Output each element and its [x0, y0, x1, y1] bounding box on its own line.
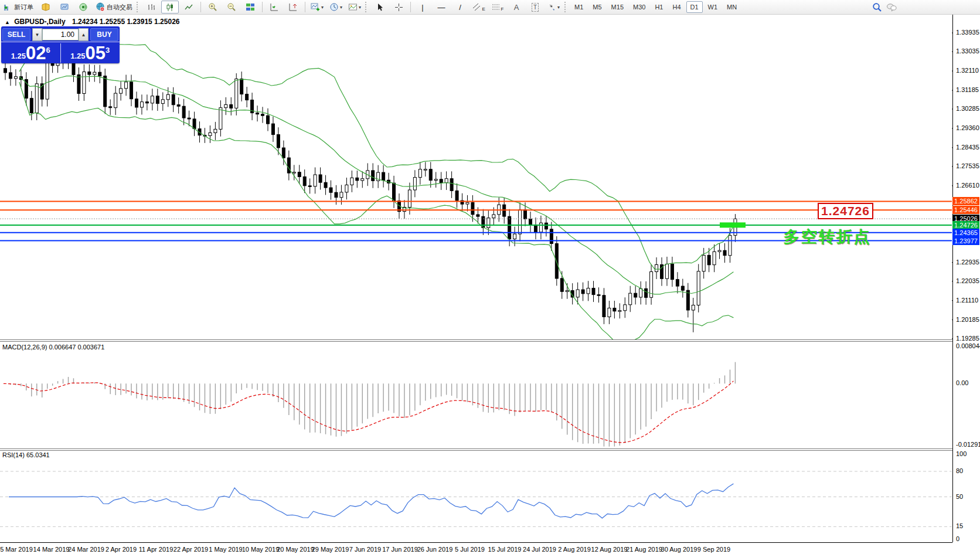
text-label-icon: T — [532, 3, 539, 12]
zoom-out-button[interactable] — [223, 1, 240, 13]
date-tick-label: 21 Aug 2019 — [626, 546, 662, 553]
timeframe-button-D1[interactable]: D1 — [686, 1, 703, 13]
timeframe-button-M1[interactable]: M1 — [570, 1, 587, 13]
rsi-axis-label: 80 — [956, 467, 963, 474]
indicators-caret: ▾ — [321, 5, 324, 10]
crosshair-icon — [394, 3, 403, 12]
one-click-expand-icon[interactable]: ▲ — [5, 19, 10, 25]
fibonacci-button[interactable]: F — [489, 1, 506, 13]
new-order-button[interactable]: 新订单 — [1, 1, 36, 13]
zoom-out-icon — [227, 2, 236, 12]
price-tick-label: 1.30285 — [956, 105, 979, 112]
arrows-button[interactable]: ▾ — [545, 1, 563, 13]
buy-price-big: 05 — [86, 45, 106, 62]
chart-canvas[interactable] — [0, 0, 980, 554]
price-tick-label: 1.21110 — [956, 297, 978, 304]
buy-price[interactable]: 1.25053 — [61, 42, 120, 64]
timeframe-button-MN[interactable]: MN — [723, 1, 741, 13]
pane-separator-rsi[interactable] — [0, 448, 952, 451]
new-order-label: 新订单 — [14, 3, 33, 12]
signals-icon — [79, 2, 88, 12]
signals-button[interactable] — [74, 1, 92, 13]
price-tick-label: 1.22935 — [956, 259, 979, 266]
templates-button[interactable]: ▾ — [346, 1, 363, 13]
volume-decrease-button[interactable]: ▼ — [32, 28, 42, 41]
macd-max-label: 0.008044 — [956, 342, 980, 349]
zoom-in-button[interactable] — [204, 1, 222, 13]
sell-price-small: 1.25 — [11, 52, 26, 60]
volume-input[interactable]: 1.00 — [42, 29, 79, 40]
date-tick-label: 29 May 2019 — [312, 546, 349, 553]
indicators-button[interactable]: ▾ — [308, 1, 326, 13]
timeframe-button-H4[interactable]: H4 — [668, 1, 685, 13]
rsi-value: 65.0341 — [26, 451, 50, 458]
price-tick-label: 1.33935 — [956, 29, 979, 36]
bar-chart-button[interactable] — [142, 1, 160, 13]
fibonacci-icon — [492, 3, 501, 11]
sell-button[interactable]: SELL — [2, 28, 30, 41]
tile-windows-icon — [246, 2, 255, 12]
market-watch-button[interactable] — [56, 1, 73, 13]
toolbar-drag-handle-2[interactable] — [365, 2, 369, 12]
chart-ohlc: 1.24234 1.25255 1.23915 1.25026 — [72, 18, 180, 26]
volume-increase-button[interactable]: ▲ — [79, 28, 89, 41]
turning-point-annotation[interactable]: 多空转折点 — [784, 226, 872, 247]
autoscroll-button[interactable] — [266, 1, 283, 13]
rsi-label: RSI(14) 65.0341 — [2, 451, 50, 458]
candlestick-chart-button[interactable] — [161, 1, 179, 13]
rsi-axis-label: 100 — [956, 450, 967, 457]
toolbar: 新订单 自动交易 — [0, 0, 980, 15]
tile-windows-button[interactable] — [241, 1, 259, 13]
history-button[interactable] — [37, 1, 55, 13]
chart-symbol: GBPUSD-,Daily — [14, 18, 65, 26]
buy-button[interactable]: BUY — [90, 28, 118, 41]
bar-chart-icon — [147, 3, 156, 12]
date-tick-label: 9 Sep 2019 — [697, 546, 730, 553]
price-annotation-box[interactable]: 1.24726 — [818, 203, 873, 219]
text-label-button[interactable]: T — [526, 1, 544, 13]
arrows-caret: ▾ — [557, 5, 560, 10]
level-price-tag: 1.24365 — [952, 229, 979, 237]
level-price-tag: 1.25862 — [952, 197, 979, 205]
level-price-tag: 1.25446 — [952, 206, 979, 214]
trendline-button[interactable]: / — [451, 1, 469, 13]
price-tick-label: 1.26610 — [956, 182, 979, 189]
price-tick-label: 1.19285 — [956, 335, 979, 342]
vertical-line-button[interactable]: | — [414, 1, 431, 13]
channel-button[interactable]: E — [470, 1, 488, 13]
date-tick-label: 1 May 2019 — [209, 546, 242, 553]
autotrade-label: 自动交易 — [107, 3, 132, 12]
rsi-name: RSI(14) — [2, 451, 25, 458]
chart-shift-button[interactable] — [284, 1, 302, 13]
date-tick-label: 17 Jun 2019 — [382, 546, 418, 553]
date-tick-label: 11 Apr 2019 — [139, 546, 173, 553]
periods-button[interactable]: ▾ — [327, 1, 345, 13]
date-tick-label: 24 Jul 2019 — [523, 546, 556, 553]
price-tick-label: 1.31185 — [956, 86, 979, 93]
timeframe-button-H1[interactable]: H1 — [651, 1, 667, 13]
toolbar-drag-handle[interactable] — [137, 2, 141, 12]
timeframe-button-M30[interactable]: M30 — [629, 1, 649, 13]
cursor-button[interactable] — [371, 1, 389, 13]
chart-shift-icon — [288, 2, 298, 12]
pane-separator-macd[interactable] — [0, 339, 952, 342]
timeframe-button-M15[interactable]: M15 — [607, 1, 628, 13]
macd-values: 0.006647 0.003671 — [49, 344, 104, 351]
text-button[interactable]: A — [508, 1, 525, 13]
timeframe-button-W1[interactable]: W1 — [704, 1, 722, 13]
time-axis[interactable]: 5 Mar 201914 Mar 201924 Mar 20192 Apr 20… — [0, 542, 952, 554]
crosshair-button[interactable] — [390, 1, 407, 13]
timeframe-button-M5[interactable]: M5 — [588, 1, 605, 13]
timeframe-group: M1M5M15M30H1H4D1W1MN — [570, 1, 741, 13]
toolbar-drag-handle-3[interactable] — [564, 2, 569, 12]
band-lower-line — [19, 82, 734, 344]
autotrade-button[interactable]: 自动交易 — [93, 1, 135, 13]
price-tick-label: 1.32110 — [956, 67, 979, 74]
line-chart-button[interactable] — [180, 1, 198, 13]
price-tick-label: 1.20185 — [956, 316, 979, 323]
horizontal-line-button[interactable]: — — [433, 1, 450, 13]
new-order-icon — [3, 2, 12, 12]
sell-price[interactable]: 1.25026 — [1, 42, 60, 64]
chat-button[interactable] — [883, 1, 900, 13]
date-tick-label: 5 Mar 2019 — [0, 546, 33, 553]
